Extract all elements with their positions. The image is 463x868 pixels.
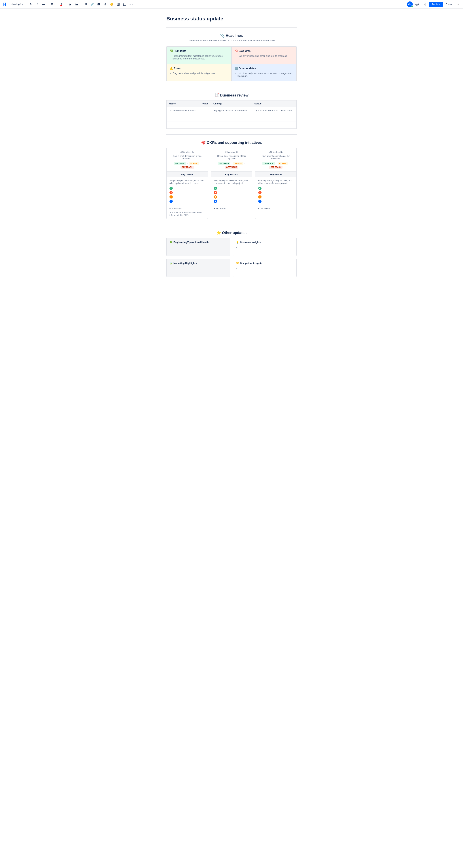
chevron-down-icon: ▾ [22,3,23,5]
heading-selector[interactable]: Heading 2 ▾ [9,2,25,6]
table-cell-change-1: Highlight increases or decreases. [211,107,252,114]
status-dot-blue-3: i [258,200,262,203]
chevron-jira-icon-3: ▾ [258,208,259,210]
okr-1-kr-text: Flag highlights, lowlights, risks, and o… [170,179,205,184]
lowlights-title: 🚫 Lowlights [235,50,293,53]
highlights-title: ✅ Highlights [170,50,228,53]
okr-3-kr-text: Flag highlights, lowlights, risks, and o… [258,179,293,184]
headlines-section: 📎 Headlines Give stakeholders a brief ov… [166,33,297,81]
customer-emoji: 💡 [236,241,239,244]
okrs-heading: 🎯 OKRs and supporting initiatives [166,141,297,145]
risks-content: Flag major risks and possible mitigation… [170,72,228,74]
headlines-grid: ✅ Highlights Highlight important milesto… [166,46,297,81]
table-cell-metric-2 [167,114,200,121]
okr-icon-row-orange-3: ! [258,195,293,198]
link-button[interactable]: 🔗 [89,1,95,7]
bold-button[interactable]: B [28,1,33,7]
add-collaborator-button[interactable] [414,1,420,7]
chevron-jira-icon-1: ▾ [170,208,171,210]
badge-at-risk-1: AT RISK [189,162,199,165]
app-logo [2,2,7,7]
okr-3-icons: ✓ ✕ ! i [258,187,293,203]
svg-text:3.: 3. [76,4,76,6]
chevron-jira-icon-2: ▾ [214,208,215,210]
okr-card-3: <Objective 3> Give a brief description o… [255,148,297,219]
risks-title: ⚠️ Risks [170,67,228,70]
status-dot-blue-1: i [170,200,173,203]
customer-card-title: 💡 Customer insights [236,241,293,244]
toolbar-right: CK Publish Close ••• [407,1,461,7]
okr-icon-row-orange-1: ! [170,195,205,198]
headlines-heading: 📎 Headlines [166,33,297,38]
badge-off-track-2: OFF TRACK [225,166,238,168]
engineering-card-title: 💚 Engineering/Operational Health [170,241,227,244]
status-dot-green-3: ✓ [258,187,262,190]
section-divider-review [166,87,297,87]
okr-1-desc: Give a brief description of this objecti… [170,155,205,160]
more-options-button[interactable]: ••• [455,1,461,7]
heading-label: Heading 2 [11,3,22,6]
close-button[interactable]: Close [444,2,454,7]
emoji-button[interactable]: 😊 [109,1,114,7]
lowlights-cell: 🚫 Lowlights Flag any misses and other bl… [231,46,296,64]
svg-point-7 [69,5,69,5]
svg-rect-10 [76,4,78,4]
lowlights-icon: 🚫 [235,50,238,53]
table-button[interactable] [115,1,121,7]
align-button[interactable]: ▾ [50,1,55,7]
avatar-initials: CK [408,3,411,6]
badge-at-risk-2: AT RISK [233,162,243,165]
okr-1-kr-title: Key results [167,172,208,177]
table-cell-value-3 [200,121,211,129]
okr-3-jira-title: ▾ Jira tickets [258,208,293,210]
okr-2-header: <Objective 2> Give a brief description o… [211,148,252,172]
task-button[interactable]: ☑ [83,1,88,7]
customer-list [239,246,293,249]
list-item [239,246,293,249]
okr-icon-row-blue-2: i [214,200,249,203]
engineering-list [172,246,227,249]
chart-button[interactable] [122,1,127,7]
status-dot-orange-3: ! [258,195,262,198]
numbered-list-button[interactable]: 1. 2. 3. [74,1,80,7]
okr-2-jira-title: ▾ Jira tickets [214,208,249,210]
color-button[interactable]: A [58,1,64,7]
bullet-list-button[interactable] [67,1,73,7]
svg-rect-0 [51,3,53,4]
status-dot-red-3: ✕ [258,191,262,194]
okr-1-jira-title: ▾ Jira tickets [170,208,205,210]
okr-3-badges: ON TRACK / AT RISK / OFF TRACK [258,162,293,168]
table-cell-value-1 [200,107,211,114]
status-dot-orange-1: ! [170,195,173,198]
table-cell-change-3 [211,121,252,129]
table-header-row: Metric Value Change Status [167,100,297,107]
share-button[interactable] [422,1,427,7]
avatar-button[interactable]: CK [407,1,413,7]
plus-insert-button[interactable]: + ▾ [128,1,134,7]
svg-rect-14 [76,5,78,5]
table-cell-value-2 [200,114,211,121]
other-updates-cell: ℹ️ Other updates List other major update… [231,64,296,81]
okr-icon-row-green-1: ✓ [170,187,205,190]
other-updates-emoji: ⭐ [216,231,221,235]
okr-2-badges: ON TRACK / AT RISK / OFF TRACK [214,162,249,168]
okr-2-key-results: Key results Flag highlights, lowlights, … [211,172,252,205]
toolbar-divider-5 [81,2,81,6]
risks-cell: ⚠️ Risks Flag major risks and possible m… [167,64,231,81]
table-row [167,114,297,121]
mention-button[interactable]: @ [102,1,108,7]
update-card-marketing: 🍃 Marketing Highlights [166,259,230,277]
badge-sep-1b: / [200,162,201,165]
lowlights-content: Flag any misses and other blockers to pr… [235,55,293,57]
okr-1-key-results: Key results Flag highlights, lowlights, … [167,172,208,205]
competitor-emoji: 🤝 [236,262,239,265]
italic-button[interactable]: I [34,1,40,7]
okrs-section: 🎯 OKRs and supporting initiatives <Objec… [166,141,297,219]
okr-2-jira: ▾ Jira tickets [211,205,252,214]
publish-button[interactable]: Publish [429,2,443,7]
more-format-button[interactable]: ••• [41,1,47,7]
table-row [167,121,297,129]
okrs-emoji: 🎯 [201,141,206,145]
image-button[interactable]: 🖼 [96,1,102,7]
status-dot-red-1: ✕ [170,191,173,194]
